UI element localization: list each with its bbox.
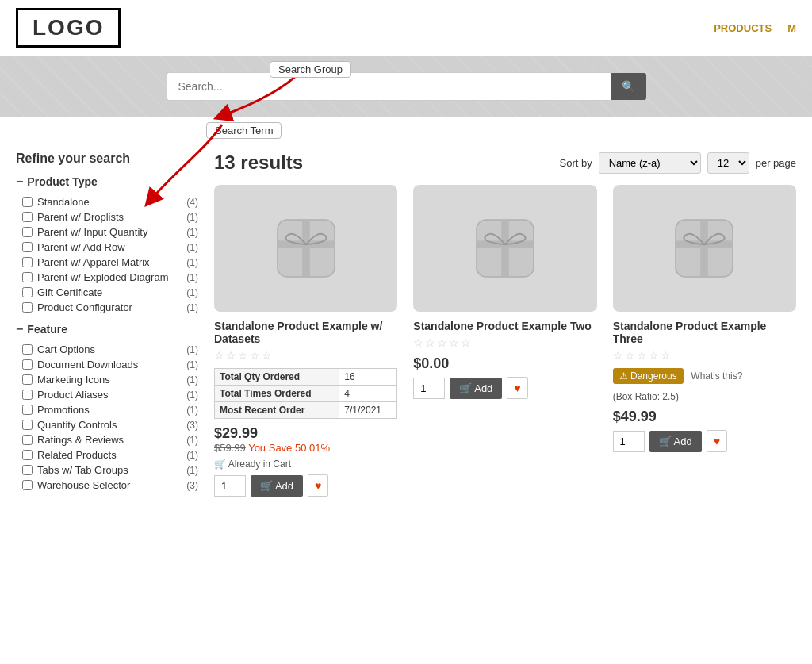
product-card: Standalone Product Example Two ☆☆☆☆☆ $0.… (413, 185, 596, 497)
filter-count: (1) (186, 227, 198, 238)
filter-label: Parent w/ Input Quantity (37, 226, 147, 238)
price-main: $0.00 (413, 355, 449, 371)
per-page-select[interactable]: 12 24 48 (707, 152, 749, 174)
results-header: 13 results Sort by Name (z-a) Name (a-z)… (214, 152, 796, 174)
filter-count: (1) (186, 212, 198, 223)
box-ratio: (Box Ratio: 2.5) (613, 391, 796, 402)
filter-checkbox[interactable] (22, 257, 33, 267)
filter-item: Gift Certificate (1) (16, 285, 198, 300)
star-rating: ☆☆☆☆☆ (613, 349, 796, 362)
filter-count: (1) (186, 435, 198, 446)
wishlist-button[interactable]: ♥ (308, 474, 328, 497)
filter-checkbox[interactable] (22, 405, 33, 415)
filter-item: Related Products (1) (16, 447, 198, 462)
filter-checkbox[interactable] (22, 480, 33, 490)
add-to-cart-button[interactable]: 🛒 Add (649, 431, 702, 452)
product-type-filter-list: Standalone (4) Parent w/ Droplists (1) P… (16, 194, 198, 315)
filter-checkbox[interactable] (22, 242, 33, 252)
per-page-label: per page (756, 157, 796, 169)
quantity-input[interactable] (214, 475, 246, 497)
product-image (413, 185, 596, 312)
collapse-icon-product-type: − (16, 175, 23, 188)
products-area: 13 results Sort by Name (z-a) Name (a-z)… (214, 152, 796, 497)
svg-rect-2 (302, 220, 310, 277)
filter-label: Cart Options (37, 344, 95, 355)
filter-section-label-feature: Feature (27, 323, 67, 336)
product-card: Standalone Product Example w/ Datasets ☆… (214, 185, 397, 497)
add-to-cart-button[interactable]: 🛒 Add (450, 378, 502, 399)
quantity-input[interactable] (613, 431, 645, 452)
table-value: 7/1/2021 (339, 402, 397, 419)
nav-more[interactable]: M (787, 22, 796, 34)
filter-section-product-type[interactable]: − Product Type (16, 175, 198, 188)
filter-checkbox[interactable] (22, 435, 33, 445)
filter-checkbox[interactable] (22, 302, 33, 313)
price-main: $29.99 (214, 425, 258, 441)
filter-item: Tabs w/ Tab Groups (1) (16, 462, 198, 478)
filter-checkbox[interactable] (22, 344, 33, 355)
svg-rect-8 (701, 220, 709, 277)
filter-label: Standalone (37, 196, 90, 208)
price-main: $49.99 (613, 409, 657, 424)
product-grid: Standalone Product Example w/ Datasets ☆… (214, 185, 796, 497)
filter-checkbox[interactable] (22, 390, 33, 400)
price-original: $59.99 (214, 442, 246, 454)
product-name: Standalone Product Example Three (613, 320, 796, 345)
filter-checkbox[interactable] (22, 287, 33, 297)
filter-item: Parent w/ Apparel Matrix (1) (16, 255, 198, 270)
price-block: $0.00 (413, 355, 596, 372)
filter-count: (1) (186, 287, 198, 298)
filter-count: (1) (186, 242, 198, 253)
filter-checkbox[interactable] (22, 420, 33, 430)
search-input[interactable] (167, 72, 611, 101)
search-button[interactable]: 🔍 (611, 73, 646, 100)
search-banner: 🔍 (0, 56, 812, 117)
svg-rect-5 (501, 220, 509, 277)
filter-count: (1) (186, 390, 198, 401)
filter-label: Promotions (37, 404, 90, 416)
product-stats-table: Total Qty Ordered 16 Total Times Ordered… (214, 368, 397, 419)
whats-this-link[interactable]: What's this? (691, 370, 742, 382)
filter-checkbox[interactable] (22, 359, 33, 370)
filter-label: Tabs w/ Tab Groups (37, 464, 128, 476)
product-name: Standalone Product Example Two (413, 320, 596, 332)
table-value: 16 (339, 369, 397, 386)
filter-count: (3) (186, 480, 198, 491)
sort-by-label: Sort by (559, 157, 592, 169)
filter-checkbox[interactable] (22, 227, 33, 237)
wishlist-button[interactable]: ♥ (507, 377, 527, 399)
quantity-input[interactable] (413, 378, 445, 399)
sort-select[interactable]: Name (z-a) Name (a-z) Price (low-high) P… (599, 152, 701, 174)
filter-item: Parent w/ Input Quantity (1) (16, 225, 198, 240)
price-block: $29.99$59.99 You Save 50.01% (214, 425, 397, 454)
logo: LOGO (16, 8, 121, 48)
filter-item: Ratings & Reviews (1) (16, 432, 198, 447)
filter-checkbox[interactable] (22, 272, 33, 282)
filter-section-feature[interactable]: − Feature (16, 323, 198, 336)
nav-links: PRODUCTS M (714, 22, 796, 34)
filter-label: Parent w/ Add Row (37, 241, 125, 253)
filter-checkbox[interactable] (22, 212, 33, 222)
filter-item: Product Aliases (1) (16, 387, 198, 402)
filter-label: Parent w/ Exploded Diagram (37, 271, 168, 283)
filter-checkbox[interactable] (22, 450, 33, 460)
table-row: Total Qty Ordered 16 (215, 369, 397, 386)
add-to-cart-button[interactable]: 🛒 Add (251, 475, 303, 497)
filter-item: Promotions (1) (16, 402, 198, 417)
results-count: 13 results (214, 152, 303, 174)
nav-products[interactable]: PRODUCTS (714, 22, 772, 34)
filter-label: Product Aliases (37, 389, 109, 401)
filter-count: (1) (186, 344, 198, 355)
filter-label: Product Configurator (37, 301, 132, 313)
filter-label: Marketing Icons (37, 374, 110, 386)
filter-checkbox[interactable] (22, 465, 33, 475)
filter-label: Parent w/ Droplists (37, 211, 124, 223)
star-rating: ☆☆☆☆☆ (214, 349, 397, 362)
price-block: $49.99 (613, 409, 796, 425)
filter-label: Ratings & Reviews (37, 434, 124, 446)
filter-checkbox[interactable] (22, 374, 33, 385)
wishlist-button[interactable]: ♥ (707, 430, 727, 452)
filter-count: (1) (186, 359, 198, 370)
filter-count: (3) (186, 420, 198, 431)
filter-checkbox[interactable] (22, 197, 33, 207)
